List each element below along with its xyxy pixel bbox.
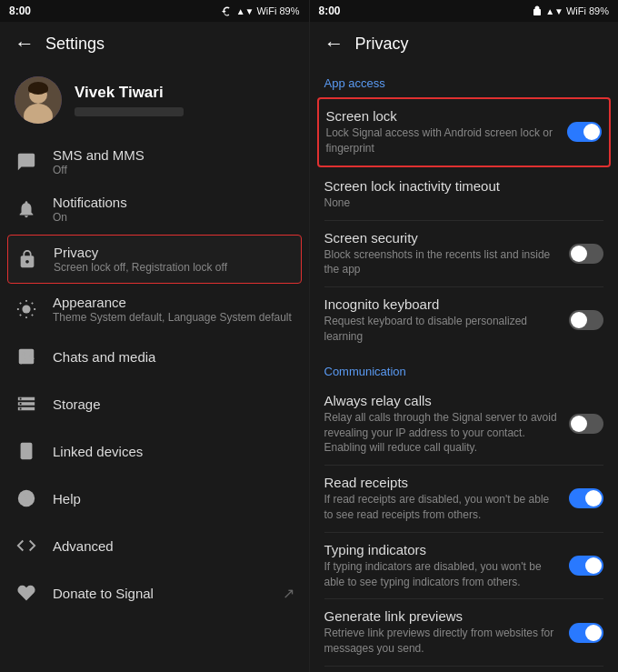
typing-toggle[interactable] — [569, 556, 603, 576]
linked-title: Linked devices — [53, 444, 294, 459]
incognito-toggle[interactable] — [569, 310, 603, 330]
battery-right: 89% — [589, 5, 609, 16]
donate-text: Donate to Signal — [53, 586, 268, 601]
settings-title: Settings — [45, 35, 105, 54]
status-bar-right: 8:00 ▲▼ WiFi 89% — [310, 0, 619, 22]
section-label-communication: Communication — [310, 354, 619, 384]
back-button-right[interactable]: ← — [324, 32, 344, 55]
code-icon — [15, 534, 38, 557]
help-text: Help — [53, 491, 294, 507]
toggle-thumb-6 — [585, 557, 602, 574]
svg-point-7 — [22, 352, 25, 355]
privacy-item-typing[interactable]: Typing indicators If typing indicators a… — [310, 533, 619, 599]
timeout-subtitle: None — [324, 196, 604, 211]
section-label-app-access: App access — [310, 65, 619, 95]
sms-title: SMS and MMS — [53, 147, 294, 163]
storage-title: Storage — [53, 396, 294, 412]
privacy-item-blocked[interactable]: Blocked users — [310, 667, 619, 672]
time-left: 8:00 — [9, 5, 31, 17]
chat-icon — [15, 150, 38, 174]
timeout-title: Screen lock inactivity timeout — [324, 178, 604, 194]
notifications-title: Notifications — [53, 195, 294, 210]
wifi-icon-right: WiFi — [566, 5, 586, 16]
wifi-icon-left: WiFi — [256, 5, 276, 16]
linked-text: Linked devices — [53, 444, 294, 459]
avatar-image — [15, 76, 62, 124]
privacy-title-header: Privacy — [355, 35, 409, 54]
help-title: Help — [53, 491, 294, 507]
settings-item-sms[interactable]: SMS and MMS Off — [0, 138, 309, 186]
image-icon — [15, 345, 38, 368]
toggle-thumb-7 — [585, 625, 602, 641]
lock-status-icon — [532, 5, 543, 16]
privacy-item-relay[interactable]: Always relay calls Relay all calls throu… — [310, 384, 619, 465]
timeout-text: Screen lock inactivity timeout None — [324, 178, 604, 211]
bell-icon — [15, 197, 38, 221]
svg-rect-8 — [21, 443, 33, 459]
status-icons-right: ▲▼ WiFi 89% — [532, 5, 609, 16]
settings-item-help[interactable]: Help — [0, 475, 309, 522]
advanced-title: Advanced — [53, 538, 294, 554]
advanced-text: Advanced — [53, 538, 294, 554]
screen-lock-subtitle: Lock Signal access with Android screen l… — [326, 125, 557, 156]
status-bar-left: 8:00 ▲▼ WiFi 89% — [0, 0, 309, 22]
back-button-left[interactable]: ← — [15, 32, 35, 55]
avatar — [15, 76, 62, 124]
settings-item-privacy[interactable]: Privacy Screen lock off, Registration lo… — [7, 235, 302, 284]
sun-icon — [15, 297, 38, 321]
privacy-item-link-previews[interactable]: Generate link previews Retrieve link pre… — [310, 599, 619, 666]
donate-title: Donate to Signal — [53, 586, 268, 601]
read-receipts-toggle[interactable] — [569, 488, 603, 508]
relay-text: Always relay calls Relay all calls throu… — [324, 393, 559, 456]
signal-strength-left: ▲▼ — [236, 6, 254, 16]
toggle-thumb-5 — [585, 490, 602, 507]
read-receipts-subtitle: If read receipts are disabled, you won't… — [324, 492, 559, 523]
settings-item-donate[interactable]: Donate to Signal ↗ — [0, 569, 309, 617]
typing-title: Typing indicators — [324, 542, 559, 557]
incognito-subtitle: Request keyboard to disable personalized… — [324, 314, 559, 345]
screen-security-title: Screen security — [324, 230, 559, 246]
profile-section[interactable]: Vivek Tiwari — [0, 65, 309, 138]
privacy-item-screen-security[interactable]: Screen security Block screenshots in the… — [310, 221, 619, 287]
settings-item-appearance[interactable]: Appearance Theme System default, Languag… — [0, 286, 309, 333]
privacy-subtitle: Screen lock off, Registration lock off — [54, 261, 294, 274]
settings-item-notifications[interactable]: Notifications On — [0, 186, 309, 233]
toggle-thumb — [583, 124, 600, 140]
help-icon — [15, 486, 38, 510]
sms-text: SMS and MMS Off — [53, 147, 294, 176]
read-receipts-title: Read receipts — [324, 475, 559, 490]
settings-item-linked[interactable]: Linked devices — [0, 427, 309, 475]
privacy-item-read-receipts[interactable]: Read receipts If read receipts are disab… — [310, 466, 619, 532]
screen-security-toggle[interactable] — [569, 244, 603, 264]
lock-icon — [15, 247, 39, 271]
sync-icon — [221, 5, 234, 16]
profile-info: Vivek Tiwari — [75, 84, 294, 116]
toggle-thumb-4 — [571, 416, 587, 432]
svg-point-10 — [18, 490, 35, 507]
settings-item-storage[interactable]: Storage — [0, 380, 309, 427]
link-previews-toggle[interactable] — [569, 623, 603, 643]
privacy-item-screen-lock[interactable]: Screen lock Lock Signal access with Andr… — [317, 97, 612, 167]
typing-text: Typing indicators If typing indicators a… — [324, 542, 559, 590]
battery-left: 89% — [279, 5, 299, 16]
screen-security-subtitle: Block screenshots in the recents list an… — [324, 247, 559, 278]
right-panel: 8:00 ▲▼ WiFi 89% ← Privacy App access Sc… — [310, 0, 619, 672]
incognito-title: Incognito keyboard — [324, 296, 559, 312]
toggle-thumb-2 — [571, 246, 587, 262]
tablet-icon — [15, 439, 38, 463]
relay-toggle[interactable] — [569, 414, 603, 434]
notifications-subtitle: On — [53, 211, 294, 224]
settings-item-advanced[interactable]: Advanced — [0, 522, 309, 569]
relay-subtitle: Relay all calls through the Signal serve… — [324, 410, 559, 456]
screen-lock-toggle[interactable] — [567, 122, 602, 142]
settings-item-chats[interactable]: Chats and media — [0, 333, 309, 380]
privacy-item-timeout[interactable]: Screen lock inactivity timeout None — [310, 169, 619, 220]
toggle-thumb-3 — [571, 312, 587, 328]
status-icons-left: ▲▼ WiFi 89% — [221, 5, 300, 16]
sms-subtitle: Off — [53, 164, 294, 176]
storage-icon — [15, 392, 38, 416]
privacy-item-incognito[interactable]: Incognito keyboard Request keyboard to d… — [310, 287, 619, 354]
heart-icon — [15, 581, 38, 605]
time-right: 8:00 — [319, 5, 341, 17]
notifications-text: Notifications On — [53, 195, 294, 224]
